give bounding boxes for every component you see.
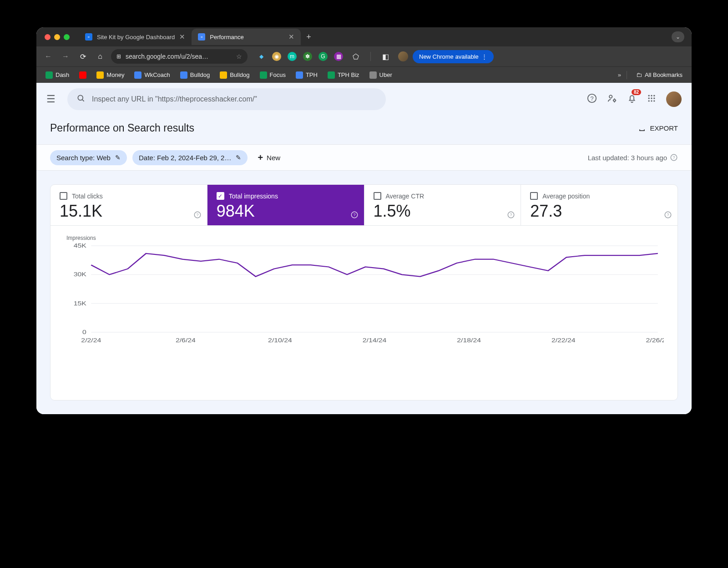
account-avatar[interactable] [666,91,682,107]
ext-icon-1[interactable]: ◆ [257,52,266,61]
bookmark-favicon [328,71,335,79]
bookmark-label: WkCoach [144,71,170,78]
svg-point-12 [648,100,650,101]
search-type-chip[interactable]: Search type: Web ✎ [50,150,127,165]
export-button[interactable]: EXPORT [637,124,678,133]
site-settings-icon[interactable]: ⊞ [116,53,121,60]
impressions-chart[interactable]: 015K30K45K2/2/242/6/242/10/242/14/242/18… [64,241,664,346]
home-button[interactable]: ⌂ [94,50,106,63]
page-content: ☰ Inspect any URL in "https://theprocess… [36,83,692,414]
metric-tab[interactable]: ✓ Average position 27.3 ? [521,185,677,225]
bookmark-item[interactable]: Bulldog [216,70,253,81]
users-settings-icon[interactable] [607,93,617,106]
ext-icon-6[interactable]: ▦ [334,52,343,61]
page-title-row: Performance on Search results EXPORT [36,116,692,144]
metric-checkbox[interactable]: ✓ [374,192,381,200]
bookmark-item[interactable]: Bulldog [177,70,213,81]
window-controls [45,34,70,40]
extensions-button[interactable]: ⬠ [349,50,362,63]
bookmark-item[interactable]: WkCoach [131,70,173,81]
chrome-update-button[interactable]: New Chrome available ⋮ [413,50,494,63]
bookmark-item[interactable]: Focus [256,70,289,81]
svg-point-10 [651,97,652,99]
back-button[interactable]: ← [42,50,55,63]
search-icon [76,94,86,105]
metric-label: Average CTR [386,193,425,200]
browser-tab[interactable]: ▫ Site Kit by Google Dashboard ✕ [79,29,192,45]
info-icon[interactable]: ? [670,153,678,162]
chrome-titlebar: ▫ Site Kit by Google Dashboard ✕▫ Perfor… [36,27,692,83]
bookmark-divider [627,71,627,79]
all-bookmarks-button[interactable]: 🗀 All Bookmarks [632,70,686,80]
bookmark-item[interactable]: Money [93,70,128,81]
maximize-window-icon[interactable] [64,34,70,40]
bookmark-label: Money [106,71,124,78]
bookmarks-overflow-icon[interactable]: » [618,71,621,78]
help-icon[interactable]: ? [507,211,515,221]
metric-checkbox[interactable]: ✓ [217,192,224,200]
minimize-window-icon[interactable] [54,34,60,40]
last-updated-text: Last updated: 3 hours ago [588,154,667,162]
help-icon[interactable]: ? [350,211,359,221]
apps-grid-icon[interactable] [647,94,656,105]
side-panel-button[interactable]: ◧ [379,50,392,63]
help-icon[interactable]: ? [664,211,672,221]
bookmark-item[interactable] [76,70,90,81]
svg-point-13 [651,100,652,101]
hamburger-menu-icon[interactable]: ☰ [46,93,56,105]
profile-avatar-toolbar[interactable] [398,51,408,61]
ext-icon-5[interactable]: G [318,52,328,61]
search-placeholder: Inspect any URL in "https://theprocessha… [92,95,257,103]
svg-point-14 [653,100,655,101]
svg-point-0 [78,95,83,100]
filter-bar: Search type: Web ✎ Date: Feb 2, 2024-Feb… [36,144,692,171]
notifications-icon[interactable]: 82 [627,93,637,106]
update-label: New Chrome available [419,53,479,60]
close-tab-icon[interactable]: ✕ [179,33,185,41]
metric-value: 984K [217,202,355,221]
browser-tab[interactable]: ▫ Performance ✕ [192,29,301,45]
search-type-label: Search type: Web [56,154,111,162]
metric-tab[interactable]: ✓ Total impressions 984K ? [207,185,364,225]
metric-value: 1.5% [374,202,512,221]
bookmark-favicon [296,71,303,79]
help-icon[interactable]: ? [587,93,597,106]
metric-checkbox[interactable]: ✓ [530,192,538,200]
address-bar[interactable]: ⊞ search.google.com/u/2/sea… ☆ [111,49,248,64]
forward-button[interactable]: → [59,50,72,63]
all-bookmarks-label: All Bookmarks [645,71,682,78]
bookmark-favicon [46,71,53,79]
metric-tab[interactable]: ✓ Total clicks 15.1K ? [51,185,207,225]
metric-tabs: ✓ Total clicks 15.1K ? ✓ Total impressio… [51,185,677,226]
new-tab-button[interactable]: + [301,32,317,42]
ext-icon-2[interactable]: ◉ [272,52,281,61]
ext-icon-4[interactable]: ✽ [303,52,312,61]
svg-text:15K: 15K [74,300,87,307]
reload-button[interactable]: ⟳ [76,50,89,63]
bookmark-item[interactable]: TPH [292,70,321,81]
bookmark-favicon [79,71,86,79]
metric-label: Average position [542,193,590,200]
svg-point-9 [648,97,650,99]
close-tab-icon[interactable]: ✕ [288,33,294,41]
close-window-icon[interactable] [45,34,51,40]
new-filter-label: New [267,154,280,162]
chart-area: Impressions 015K30K45K2/2/242/6/242/10/2… [51,226,677,400]
plus-icon: + [258,152,263,163]
metric-tab[interactable]: ✓ Average CTR 1.5% ? [364,185,521,225]
bookmark-label: Bulldog [230,71,249,78]
new-filter-button[interactable]: + New [253,152,285,163]
svg-text:2/2/24: 2/2/24 [81,337,101,344]
tab-search-button[interactable]: ⌄ [672,31,684,42]
metric-checkbox[interactable]: ✓ [60,192,67,200]
bookmark-item[interactable]: Uber [366,70,396,81]
star-icon[interactable]: ☆ [236,53,242,60]
ext-icon-3[interactable]: m [288,52,297,61]
bookmark-item[interactable]: TPH Biz [324,70,363,81]
bookmark-item[interactable]: Dash [42,70,73,81]
toolbar-divider [370,52,371,61]
date-range-chip[interactable]: Date: Feb 2, 2024-Feb 29, 2… ✎ [132,150,248,165]
url-inspect-input[interactable]: Inspect any URL in "https://theprocessha… [67,88,386,110]
help-icon[interactable]: ? [193,211,202,221]
download-icon [637,124,647,133]
